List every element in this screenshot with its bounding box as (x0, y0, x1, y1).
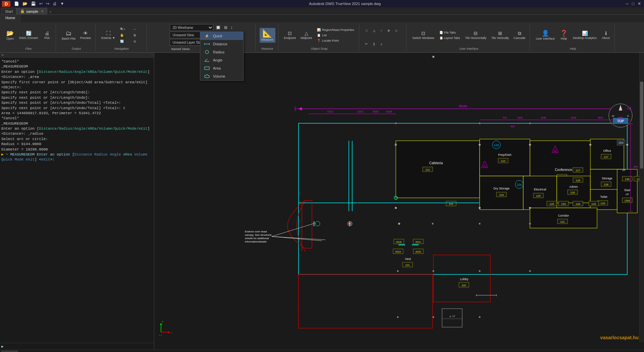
svg-text:122: 122 (494, 143, 499, 147)
file-tabs-button[interactable]: 📑 File Tabs (437, 30, 462, 35)
qat-open[interactable]: 📂 (21, 1, 29, 6)
tab-close-btn[interactable]: ✕ (41, 9, 44, 13)
plot-button[interactable]: 🖨 Plot (41, 30, 53, 41)
tab-sample[interactable]: 🔒 sample ✕ (16, 8, 47, 14)
midpoint-button[interactable]: △ Midpoint (299, 30, 314, 41)
svg-text:6502: 6502 (598, 117, 603, 119)
nav-btn-5[interactable]: ⊞ (132, 33, 144, 38)
snap-icon-1[interactable]: □ (363, 28, 370, 33)
tile-vert-button[interactable]: ⊞ Tile Vertically (489, 30, 511, 41)
qat-print[interactable]: 🖨 (52, 1, 58, 6)
svg-text:001C: 001C (416, 241, 421, 243)
extents-button[interactable]: ⛶ Extents ▼ (100, 30, 117, 41)
svg-text:126: 126 (570, 191, 575, 194)
measure-distance[interactable]: Distance (200, 40, 243, 48)
help-button[interactable]: ❓ Help (558, 29, 570, 41)
scrollbar-thumb[interactable] (640, 82, 643, 169)
svg-point-151 (398, 223, 400, 225)
command-window: *Cancel* _MEASUREGEOM Enter an option [D… (0, 58, 154, 343)
switch-windows-button[interactable]: ⊡ Switch Windows (411, 30, 436, 41)
dwg-convert-button[interactable]: 🔄 DWG Convert (17, 30, 40, 41)
tab-start[interactable]: Start (1, 8, 16, 14)
svg-text:405: 405 (511, 125, 515, 128)
svg-text:121: 121 (425, 168, 430, 171)
locate-point-button[interactable]: 📍 Locate Point (315, 38, 356, 43)
layers-icon-1[interactable]: 🔲 (215, 25, 222, 30)
svg-point-193 (529, 223, 531, 225)
nav-btn-6[interactable]: ◎ (132, 39, 144, 44)
vertical-scrollbar[interactable] (639, 53, 644, 342)
qat-redo[interactable]: ↪ (45, 1, 50, 6)
desktop-analytics-button[interactable]: 📊 Desktop Analytics (571, 30, 598, 41)
canvas-area[interactable]: 35154 7315 2042 5890 6299 (154, 53, 644, 350)
svg-text:sheets for additional: sheets for additional (245, 237, 269, 240)
layout-tabs-button[interactable]: 📋 Layout Tabs (437, 36, 462, 40)
nav-btn-2[interactable]: 🖐 (118, 33, 130, 38)
layout1-tab[interactable]: Layout1 (18, 351, 38, 352)
svg-text:129: 129 (591, 203, 596, 206)
tile-horiz-button[interactable]: ⊟ Tile Horizontally (464, 30, 488, 41)
ribbon-group-snap: ⊡ Endpoint △ Midpoint 📊 Region/Mass Prop… (280, 24, 360, 51)
snap-icon-8[interactable]: ⊥ (378, 42, 385, 46)
panel-collapse[interactable]: ✕ (0, 53, 154, 58)
named-views-button[interactable]: Named Views (170, 46, 192, 52)
svg-point-180 (479, 123, 481, 124)
svg-text:7315: 7315 (327, 110, 333, 113)
measure-radius[interactable]: Radius (200, 48, 243, 56)
preview-button[interactable]: 👁 Preview (78, 30, 93, 41)
nav-btn-1[interactable]: 🔍+ (118, 27, 130, 32)
command-panel: ✕ *Cancel* _MEASUREGEOM Enter an option … (0, 53, 154, 350)
snap-icon-7[interactable]: ∥ (371, 42, 377, 46)
measure-area[interactable]: Area (200, 64, 243, 72)
region-mass-button[interactable]: 📊 Region/Mass Properties (315, 28, 356, 32)
qat-undo[interactable]: ↩ (38, 1, 44, 6)
snap-icon-4[interactable]: ⊕ (385, 28, 392, 33)
batch-plot-button[interactable]: 🗂 Batch Plot (60, 29, 77, 41)
tab-add-button[interactable]: + (47, 9, 53, 14)
svg-text:001B: 001B (396, 241, 402, 243)
svg-text:127: 127 (576, 169, 580, 172)
ribbon-tab-home[interactable]: Home (0, 15, 21, 22)
qat-save[interactable]: 💾 (30, 1, 37, 6)
endpoint-button[interactable]: ⊡ Endpoint (282, 30, 298, 41)
svg-text:2438: 2438 (541, 117, 546, 119)
svg-text:9950: 9950 (618, 117, 623, 119)
snap-icon-6[interactable]: ⊢ (363, 42, 370, 46)
user-interface-button[interactable]: 👤 User Interface (534, 29, 556, 41)
close-button[interactable]: ✕ (637, 1, 642, 6)
measure-angle[interactable]: Angle (200, 56, 243, 64)
cascade-button[interactable]: ⧉ Cascade (512, 30, 527, 41)
svg-text:▲ UP: ▲ UP (449, 315, 455, 317)
ribbon-group-navigation: ⛶ Extents ▼ 🔍+ 🖐 🔄 ↔ ⊞ ◎ Navigation (97, 24, 147, 51)
qat-dropdown[interactable]: ▼ (59, 1, 65, 6)
svg-point-191 (479, 316, 481, 318)
svg-marker-200 (168, 331, 170, 333)
svg-point-109 (395, 207, 397, 209)
maximize-button[interactable]: □ (631, 1, 635, 6)
measure-quick[interactable]: ⚡ Quick (200, 32, 243, 40)
view-mode-select[interactable]: 2D Wireframe (170, 24, 213, 31)
snap-icon-5[interactable]: ◇ (393, 28, 399, 33)
command-input[interactable] (5, 345, 153, 349)
model-tab[interactable]: Model (1, 351, 18, 352)
qat-new[interactable]: 📄 (13, 1, 20, 6)
main-area: ✕ *Cancel* _MEASUREGEOM Enter an option … (0, 53, 644, 350)
nav-btn-3[interactable]: 🔄 (118, 39, 130, 44)
minimize-button[interactable]: ─ (625, 1, 630, 6)
svg-text:A1: A1 (483, 165, 486, 167)
measure-button[interactable]: 📐 Measure (260, 28, 275, 43)
open-button[interactable]: 📂 Open (4, 29, 16, 41)
snap-icon-2[interactable]: △ (371, 28, 377, 33)
list-button[interactable]: 📋 List (315, 33, 356, 38)
app-menu-button[interactable]: D (2, 1, 10, 7)
distance-icon (204, 42, 210, 46)
measure-volume[interactable]: Volume (200, 72, 243, 80)
layers-icon-2[interactable]: ⊞ (223, 25, 228, 30)
nav-btn-4[interactable]: ↔ (132, 27, 144, 32)
layers-icon-3[interactable]: ↕ (230, 25, 234, 30)
about-button[interactable]: ℹ About (600, 30, 612, 41)
svg-point-187 (433, 270, 434, 272)
layout2-tab[interactable]: Layout2 (39, 351, 58, 352)
snap-icon-3[interactable]: ○ (378, 28, 385, 33)
svg-point-179 (395, 123, 397, 124)
